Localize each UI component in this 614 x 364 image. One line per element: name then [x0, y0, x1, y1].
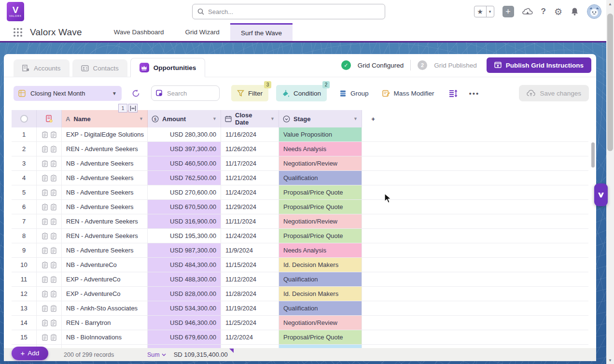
row-number[interactable]: 10 [12, 258, 37, 272]
row-number[interactable]: 2 [12, 142, 37, 156]
sum-aggregate-selector[interactable]: Sum [147, 351, 166, 358]
cell-close-date[interactable]: 11/17/2024 [221, 156, 279, 170]
cell-stage[interactable]: Id. Decision Makers [279, 258, 362, 272]
cell-close-date[interactable]: 11/11/2024 [221, 214, 279, 228]
cell-name[interactable]: NB - AdventureCo [62, 258, 148, 272]
row-number[interactable]: 7 [12, 214, 37, 228]
row-action-icons[interactable] [37, 200, 62, 214]
note-icon[interactable] [51, 175, 56, 182]
chevron-down-icon[interactable]: ▼ [212, 116, 217, 121]
tab-opportunities[interactable]: Opportunities [130, 58, 206, 77]
cell-close-date[interactable]: 11/28/2024 [221, 287, 279, 301]
note-icon[interactable] [42, 204, 48, 210]
note-icon[interactable] [51, 218, 56, 225]
row-action-icons[interactable] [37, 316, 62, 330]
cell-name[interactable]: REN - Barrytron [62, 316, 148, 330]
tab-contacts[interactable]: Contacts [72, 59, 127, 77]
cell-stage[interactable]: Proposal/Price Quote [279, 185, 362, 199]
note-icon[interactable] [51, 146, 56, 153]
column-resize-icon[interactable] [128, 104, 138, 112]
page-scrollbar[interactable]: ▲ ▼ [606, 0, 614, 364]
scroll-up-arrow-icon[interactable]: ▲ [606, 0, 614, 8]
note-icon[interactable] [42, 276, 48, 283]
note-icon[interactable] [51, 305, 56, 312]
chevron-down-icon[interactable]: ▼ [270, 116, 275, 121]
cell-stage[interactable]: Negotiation/Review [279, 214, 362, 228]
cell-close-date[interactable]: 11/16/2024 [221, 127, 279, 141]
row-number[interactable]: 12 [12, 287, 37, 301]
row-number[interactable]: 1 [12, 127, 37, 141]
cell-name[interactable]: NB - Ankh-Sto Associates [62, 301, 148, 315]
valorx-side-tab[interactable] [594, 183, 608, 206]
cell-name[interactable]: REN - Adventure Seekers [62, 229, 148, 243]
cell-name[interactable]: EXP - DigitalEdge Solutions [62, 127, 148, 141]
condition-button[interactable]: 2 Condition [276, 85, 327, 101]
favorites-caret-icon[interactable]: ▾ [486, 6, 494, 17]
tab-accounts[interactable]: Accounts [14, 59, 70, 77]
cell-name[interactable]: NB - Adventure Seekers [62, 185, 148, 199]
row-number[interactable]: 13 [12, 301, 37, 315]
cell-name[interactable]: REN - Adventure Seekers [62, 214, 148, 228]
cell-amount[interactable]: USD 316,900.00 [148, 214, 221, 228]
add-record-button[interactable]: + Add [12, 347, 48, 360]
cell-stage[interactable]: Proposal/Price Quote [279, 330, 362, 344]
cell-close-date[interactable]: 11/19/2024 [221, 301, 279, 315]
row-action-icons[interactable] [37, 156, 62, 170]
row-number[interactable]: 3 [12, 156, 37, 170]
cell-name[interactable]: NB - Adventure Seekers [62, 200, 148, 214]
mass-modifier-button[interactable]: Mass Modifier [382, 90, 434, 97]
note-icon[interactable] [51, 320, 56, 326]
row-number[interactable]: 15 [12, 330, 37, 344]
cell-stage[interactable]: Proposal/Price Quote [279, 200, 362, 214]
row-action-icons[interactable] [37, 185, 62, 199]
note-icon[interactable] [51, 262, 56, 268]
row-action-icons[interactable] [37, 301, 62, 315]
cell-amount[interactable]: USD 762,500.00 [148, 171, 221, 185]
global-search[interactable] [192, 4, 385, 19]
row-number[interactable]: 5 [12, 185, 37, 199]
cell-stage[interactable]: Qualification [279, 272, 362, 286]
save-changes-button[interactable]: Save changes [519, 85, 589, 101]
cell-stage[interactable]: Value Proposition [279, 127, 362, 141]
view-selector[interactable]: Closing Next Month ▼ [14, 86, 122, 101]
row-number[interactable]: 14 [12, 316, 37, 330]
note-icon[interactable] [42, 291, 48, 297]
note-icon[interactable] [42, 320, 48, 326]
select-all-checkbox[interactable] [12, 110, 37, 127]
cell-amount[interactable]: USD 280,300.00 [148, 127, 221, 141]
note-icon[interactable] [42, 218, 48, 225]
publish-grid-instructions-button[interactable]: Publish Grid Instructions [487, 57, 591, 73]
cell-amount[interactable]: USD 946,300.00 [148, 316, 221, 330]
column-header-stage[interactable]: Stage ▼ [279, 110, 362, 127]
column-header-amount[interactable]: $ Amount ▼ [148, 110, 221, 127]
note-icon[interactable] [42, 233, 48, 239]
cell-stage[interactable]: Needs Analysis [279, 142, 362, 156]
cell-close-date[interactable]: 11/26/2024 [221, 142, 279, 156]
row-number[interactable]: 4 [12, 171, 37, 185]
cell-stage[interactable]: Id. Decision Makers [279, 287, 362, 301]
cell-close-date[interactable]: 11/29/2024 [221, 200, 279, 214]
column-resize-control[interactable]: 1 [118, 104, 138, 112]
note-icon[interactable] [42, 131, 48, 138]
row-action-icons[interactable] [37, 272, 62, 286]
row-number[interactable]: 11 [12, 272, 37, 286]
cell-name[interactable]: NB - BioInnovations [62, 330, 148, 344]
note-icon[interactable] [42, 175, 48, 182]
cell-amount[interactable]: USD 679,600.00 [148, 330, 221, 344]
nav-tab-wave-dashboard[interactable]: Wave Dashboard [103, 23, 175, 41]
cell-stage[interactable]: Needs Analysis [279, 243, 362, 257]
cell-stage[interactable]: Proposal/Price Quote [279, 229, 362, 243]
row-action-icons[interactable] [37, 142, 62, 156]
grid-search-input[interactable] [167, 90, 213, 97]
cell-close-date[interactable]: 11/9/2024 [221, 243, 279, 257]
star-icon[interactable]: ★ [474, 6, 486, 17]
cell-name[interactable]: NB - Adventure Seekers [62, 243, 148, 257]
user-avatar[interactable] [587, 4, 601, 19]
row-action-icons[interactable] [37, 171, 62, 185]
cell-close-date[interactable]: 11/2/2024 [221, 330, 279, 344]
note-icon[interactable] [51, 204, 56, 210]
note-icon[interactable] [51, 160, 56, 167]
row-action-icons[interactable] [37, 214, 62, 228]
row-action-icons[interactable] [37, 243, 62, 257]
row-action-icons[interactable] [37, 330, 62, 344]
